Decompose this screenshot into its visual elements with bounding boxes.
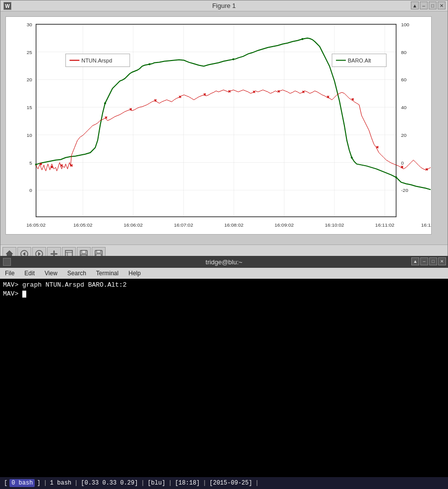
terminal-maximize-btn[interactable]: □ — [429, 257, 437, 265]
svg-text:BARO.Alt: BARO.Alt — [348, 58, 371, 63]
menu-view[interactable]: View — [42, 269, 60, 278]
svg-text:25: 25 — [27, 50, 33, 55]
svg-text:20: 20 — [27, 77, 33, 82]
status-sep-4: | — [168, 480, 173, 487]
terminal-cursor — [22, 291, 26, 298]
svg-text:16:05:02: 16:05:02 — [26, 222, 46, 228]
svg-text:80: 80 — [401, 50, 407, 55]
svg-text:16:09:02: 16:09:02 — [275, 222, 294, 228]
terminal-close-btn[interactable]: ✕ — [438, 257, 446, 265]
terminal-up-btn[interactable]: ▲ — [411, 257, 419, 265]
menu-edit[interactable]: Edit — [21, 269, 38, 278]
figure-icon: W — [3, 2, 11, 10]
svg-text:30: 30 — [27, 22, 33, 27]
svg-marker-93 — [38, 252, 41, 256]
svg-marker-99 — [56, 253, 57, 255]
svg-point-42 — [301, 38, 303, 40]
terminal-prompt-1: MAV> graph NTUN.Arspd BARO.Alt:2 — [3, 281, 127, 289]
figure-close-btn[interactable]: ✕ — [438, 1, 446, 9]
svg-point-40 — [149, 63, 151, 65]
svg-text:NTUN.Arspd: NTUN.Arspd — [81, 58, 112, 63]
status-sep-5: | — [202, 480, 207, 487]
svg-text:60: 60 — [401, 77, 407, 82]
terminal-content[interactable]: MAV> graph NTUN.Arspd BARO.Alt:2 MAV> — [0, 279, 448, 462]
status-sep-3: | — [140, 480, 145, 487]
svg-text:0: 0 — [29, 187, 32, 193]
status-bash-0[interactable]: 0 bash — [9, 479, 35, 487]
svg-text:16:10:02: 16:10:02 — [325, 222, 344, 228]
svg-rect-0 — [36, 24, 396, 217]
svg-text:-20: -20 — [401, 187, 408, 193]
svg-rect-107 — [97, 250, 101, 253]
svg-marker-98 — [51, 253, 53, 255]
svg-text:16:11:02: 16:11:02 — [375, 222, 394, 228]
svg-text:16:06:02: 16:06:02 — [123, 222, 143, 228]
status-sep-2: | — [73, 480, 79, 487]
svg-text:40: 40 — [401, 105, 407, 110]
terminal-line-1: MAV> graph NTUN.Arspd BARO.Alt:2 — [3, 281, 445, 290]
status-close-1: ] — [35, 480, 42, 487]
status-bar: [ 0 bash ] | 1 bash | [0.33 0.33 0.29] |… — [0, 477, 448, 489]
svg-point-39 — [104, 102, 106, 104]
status-bracket-open: [ — [2, 480, 9, 487]
status-sep-6: | — [254, 480, 260, 487]
figure-minimize-btn[interactable]: – — [420, 1, 428, 9]
status-load: [0.33 0.33 0.29] — [79, 480, 140, 487]
figure-maximize-btn[interactable]: □ — [429, 1, 437, 9]
status-sep-1: | — [43, 480, 48, 487]
svg-text:16:05:02: 16:05:02 — [73, 222, 93, 228]
chart-container: 30 25 20 15 10 5 0 100 80 60 40 20 0 -20… — [0, 11, 448, 244]
figure-up-btn[interactable]: ▲ — [411, 1, 419, 9]
status-host: [blu] — [146, 480, 168, 487]
svg-text:5: 5 — [29, 160, 32, 166]
terminal-minimize-btn[interactable]: – — [420, 257, 428, 265]
menu-search[interactable]: Search — [64, 269, 89, 278]
figure-window: W Figure 1 ▲ – □ ✕ — [0, 0, 448, 256]
figure-titlebar: W Figure 1 ▲ – □ ✕ — [0, 0, 448, 11]
terminal-prompt-2: MAV> — [3, 290, 22, 298]
svg-text:15: 15 — [27, 105, 33, 110]
status-time: [18:18] — [173, 480, 202, 487]
chart-svg: 30 25 20 15 10 5 0 100 80 60 40 20 0 -20… — [5, 16, 432, 235]
menu-help[interactable]: Help — [125, 269, 144, 278]
terminal-menubar: File Edit View Search Terminal Help — [0, 268, 448, 279]
status-bash-1: 1 bash — [48, 480, 73, 487]
menu-file[interactable]: File — [2, 269, 17, 278]
svg-text:10: 10 — [27, 132, 33, 138]
terminal-window-controls: ▲ – □ ✕ — [411, 257, 446, 265]
terminal-title: tridge@blu:~ — [206, 258, 242, 266]
svg-text:100: 100 — [401, 22, 409, 27]
svg-marker-91 — [23, 252, 25, 256]
svg-rect-104 — [82, 250, 86, 253]
svg-text:16:07:02: 16:07:02 — [174, 222, 193, 228]
svg-text:20: 20 — [401, 132, 407, 138]
status-date: [2015-09-25] — [208, 480, 254, 487]
svg-point-43 — [351, 157, 353, 159]
svg-text:0: 0 — [401, 160, 404, 166]
svg-text:16:12:02: 16:12:02 — [421, 222, 432, 228]
terminal-titlebar: tridge@blu:~ ▲ – □ ✕ — [0, 256, 448, 268]
svg-text:16:08:02: 16:08:02 — [224, 222, 244, 228]
terminal-line-2: MAV> — [3, 290, 445, 299]
figure-window-controls: ▲ – □ ✕ — [411, 1, 446, 9]
terminal-window: tridge@blu:~ ▲ – □ ✕ File Edit View Sear… — [0, 256, 448, 489]
svg-point-41 — [232, 59, 234, 61]
svg-point-44 — [395, 177, 397, 179]
terminal-icon — [3, 258, 11, 266]
svg-marker-96 — [53, 250, 55, 252]
figure-title: Figure 1 — [212, 2, 236, 9]
menu-terminal[interactable]: Terminal — [93, 269, 121, 278]
